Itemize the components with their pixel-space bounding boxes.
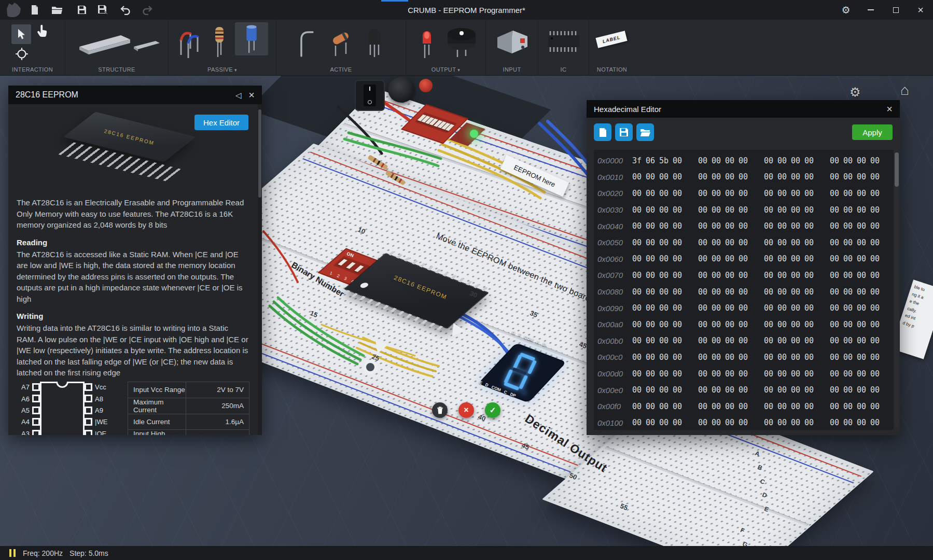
transistor-item[interactable] [364,24,385,61]
hex-byte[interactable]: 00 [828,303,841,313]
hex-byte[interactable]: 00 [736,402,750,411]
minimize-button[interactable] [858,0,883,20]
hex-byte[interactable]: 00 [723,156,736,165]
hex-byte[interactable]: 00 [644,336,657,345]
hex-byte[interactable]: 00 [723,320,736,329]
hex-byte[interactable]: 00 [657,271,671,280]
hex-byte[interactable]: 00 [723,418,736,427]
hex-byte[interactable]: 00 [789,336,802,345]
hex-byte[interactable]: 00 [709,238,723,247]
hex-byte[interactable]: 00 [775,303,789,313]
hex-byte[interactable]: 00 [868,336,882,345]
hex-byte[interactable]: 00 [802,271,816,280]
hex-byte[interactable]: 00 [802,353,816,362]
hex-byte[interactable]: 00 [855,385,868,395]
hex-byte[interactable]: 00 [630,287,644,297]
hex-byte[interactable]: 00 [671,205,684,215]
hex-byte[interactable]: 00 [802,205,816,215]
hex-byte[interactable]: 00 [789,369,802,379]
hex-byte[interactable]: 00 [868,402,882,411]
hex-byte[interactable]: 00 [657,287,671,297]
diode-item[interactable] [328,24,353,61]
hex-byte[interactable]: 00 [696,402,709,411]
hex-byte[interactable]: 00 [828,221,841,231]
hex-byte[interactable]: 00 [709,336,723,345]
hex-byte[interactable]: 00 [841,238,855,247]
hex-byte[interactable]: 00 [723,287,736,297]
hex-byte[interactable]: 00 [644,402,657,411]
hex-byte[interactable]: 00 [736,287,750,297]
hex-byte[interactable]: 00 [789,189,802,198]
hex-byte[interactable]: 00 [762,156,775,165]
hex-byte[interactable]: 00 [657,172,671,181]
hex-byte[interactable]: 00 [802,156,816,165]
ic-chip-item[interactable] [543,29,584,60]
hex-byte[interactable]: 00 [828,402,841,411]
hex-byte[interactable]: 00 [868,385,882,395]
hex-byte[interactable]: 00 [841,303,855,313]
hex-byte[interactable]: 00 [775,385,789,395]
hex-byte[interactable]: 00 [696,353,709,362]
hex-byte[interactable]: 00 [802,402,816,411]
hex-byte[interactable]: 00 [709,303,723,313]
save-as-icon[interactable] [93,0,113,20]
breadboard-item[interactable] [72,26,162,67]
hex-byte[interactable]: 00 [644,303,657,313]
hex-byte[interactable]: 00 [762,353,775,362]
hex-byte[interactable]: 00 [828,238,841,247]
hex-byte[interactable]: 00 [775,287,789,297]
hex-byte[interactable]: 00 [709,254,723,263]
hex-byte[interactable]: 00 [657,221,671,231]
hex-byte[interactable]: 00 [802,172,816,181]
hex-byte[interactable]: 00 [644,221,657,231]
hex-byte[interactable]: 00 [696,205,709,215]
hex-byte[interactable]: 00 [671,336,684,345]
confirm-button[interactable]: ✓ [485,402,500,418]
hex-byte[interactable]: 00 [671,353,684,362]
hex-byte[interactable]: 00 [828,156,841,165]
hex-byte[interactable]: 00 [802,418,816,427]
hex-byte[interactable]: 00 [723,353,736,362]
save-icon[interactable] [72,0,92,20]
hex-byte[interactable]: 00 [657,238,671,247]
hex-byte[interactable]: 00 [696,221,709,231]
hex-byte[interactable]: 00 [644,238,657,247]
hand-tool-button[interactable] [35,24,49,41]
hex-byte[interactable]: 00 [828,271,841,280]
hex-byte[interactable]: 00 [841,385,855,395]
hex-byte[interactable]: 00 [671,238,684,247]
hex-byte[interactable]: 00 [671,303,684,313]
hex-byte[interactable]: 00 [868,271,882,280]
hex-byte[interactable]: 00 [828,189,841,198]
hex-byte[interactable]: 00 [841,353,855,362]
hex-byte[interactable]: 00 [855,287,868,297]
hex-byte[interactable]: 00 [775,254,789,263]
hex-byte[interactable]: 00 [775,172,789,181]
hex-byte[interactable]: 00 [671,172,684,181]
hex-byte[interactable]: 00 [723,402,736,411]
hex-byte[interactable]: 00 [671,385,684,395]
hex-byte[interactable]: 00 [841,189,855,198]
panel-close-icon[interactable]: × [248,90,255,100]
push-button-red[interactable] [419,79,433,92]
hex-byte[interactable]: 00 [868,238,882,247]
hex-byte[interactable]: 00 [657,418,671,427]
hex-save-button[interactable] [615,123,633,141]
hex-byte[interactable]: 00 [855,172,868,181]
hex-byte[interactable]: 00 [696,254,709,263]
hex-byte[interactable]: 00 [630,369,644,379]
dock-left-icon[interactable]: ◁ [235,91,242,99]
select-tool-button[interactable] [11,24,31,44]
hex-byte[interactable]: 00 [775,402,789,411]
hex-byte[interactable]: 00 [762,385,775,395]
hex-byte[interactable]: 00 [696,156,709,165]
hex-byte[interactable]: 00 [789,221,802,231]
hex-byte[interactable]: 00 [828,205,841,215]
hex-byte[interactable]: 00 [709,156,723,165]
hex-byte[interactable]: 00 [696,238,709,247]
hex-byte[interactable]: 00 [855,189,868,198]
led-item[interactable] [417,24,436,61]
hex-byte[interactable]: 00 [644,271,657,280]
hex-byte[interactable]: 00 [802,320,816,329]
hex-byte[interactable]: 00 [802,385,816,395]
